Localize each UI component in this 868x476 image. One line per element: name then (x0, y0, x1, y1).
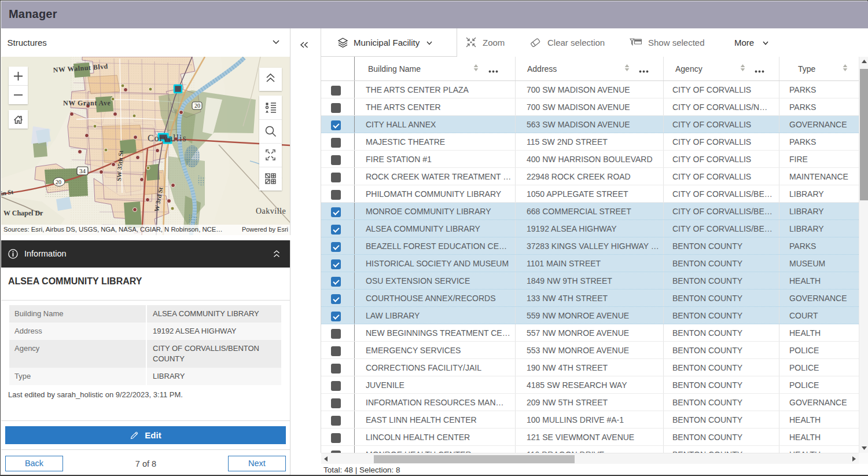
svg-text:Corvallis: Corvallis (148, 133, 187, 143)
svg-text:NW Grant Ave: NW Grant Ave (63, 99, 111, 107)
svg-text:Sources: Esri, Airbus DS, USGS: Sources: Esri, Airbus DS, USGS, NGA, NAS… (3, 226, 223, 233)
svg-text:Oakville: Oakville (256, 207, 286, 215)
svg-text:20: 20 (56, 179, 61, 185)
svg-text:W Chapel Dr: W Chapel Dr (3, 209, 43, 217)
svg-text:34: 34 (79, 167, 86, 174)
svg-text:20: 20 (194, 102, 200, 109)
svg-text:Powered by Esri: Powered by Esri (242, 226, 288, 233)
